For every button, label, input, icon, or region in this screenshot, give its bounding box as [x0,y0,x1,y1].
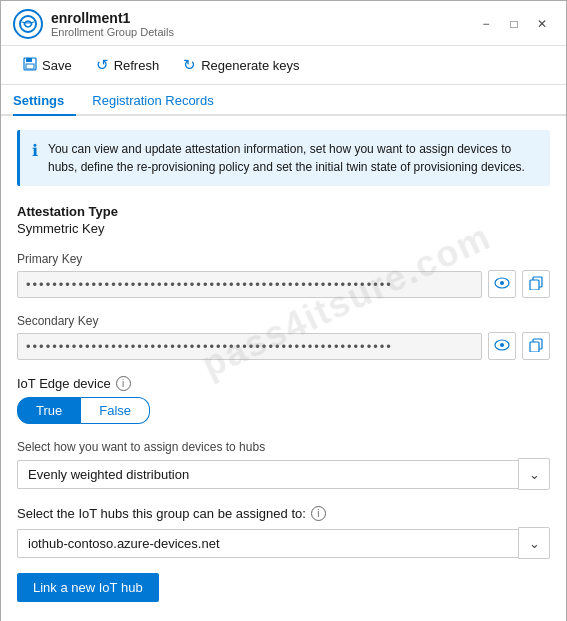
primary-key-label: Primary Key [17,252,550,266]
assign-hubs-field[interactable]: Evenly weighted distribution [17,460,518,489]
regenerate-icon: ↻ [183,56,196,74]
svg-rect-7 [530,280,539,290]
assign-hubs-label: Select how you want to assign devices to… [17,440,550,454]
app-icon [13,9,43,39]
copy-icon [529,276,543,293]
close-button[interactable]: ✕ [530,14,554,34]
copy-icon-2 [529,338,543,355]
svg-point-5 [500,281,504,285]
primary-key-copy-button[interactable] [522,270,550,298]
app-window: enrollment1 Enrollment Group Details − □… [0,0,567,621]
info-banner: ℹ You can view and update attestation in… [17,130,550,186]
minimize-button[interactable]: − [474,14,498,34]
refresh-icon: ↺ [96,56,109,74]
assign-hubs-section: Select how you want to assign devices to… [17,440,550,490]
titlebar-controls: − □ ✕ [474,14,554,34]
chevron-down-icon: ⌄ [529,467,540,482]
iot-edge-label: IoT Edge device i [17,376,550,391]
attestation-section: Attestation Type Symmetric Key [17,204,550,236]
tab-registration[interactable]: Registration Records [92,85,225,116]
toolbar: Save ↺ Refresh ↻ Regenerate keys [1,46,566,85]
save-icon [23,57,37,74]
attestation-type-label: Attestation Type [17,204,550,219]
iot-hubs-dropdown-btn[interactable]: ⌄ [518,527,550,559]
primary-key-row: ••••••••••••••••••••••••••••••••••••••••… [17,270,550,298]
iot-hubs-section: Select the IoT hubs this group can be as… [17,506,550,618]
iot-hubs-dropdown-row: iothub-contoso.azure-devices.net ⌄ [17,527,550,559]
primary-key-eye-button[interactable] [488,270,516,298]
primary-key-section: Primary Key ••••••••••••••••••••••••••••… [17,252,550,298]
iot-edge-true-button[interactable]: True [17,397,81,424]
link-hub-button[interactable]: Link a new IoT hub [17,573,159,602]
attestation-type-value: Symmetric Key [17,221,550,236]
regenerate-label: Regenerate keys [201,58,299,73]
svg-rect-11 [530,342,539,352]
iot-edge-info-icon: i [116,376,131,391]
iot-edge-false-button[interactable]: False [81,397,150,424]
banner-info-icon: ℹ [32,141,38,176]
window-subtitle: Enrollment Group Details [51,26,174,38]
secondary-key-label: Secondary Key [17,314,550,328]
secondary-key-copy-button[interactable] [522,332,550,360]
secondary-key-field[interactable]: ••••••••••••••••••••••••••••••••••••••••… [17,333,482,360]
iot-edge-toggle-group: True False [17,397,550,424]
secondary-key-row: ••••••••••••••••••••••••••••••••••••••••… [17,332,550,360]
svg-point-9 [500,343,504,347]
iot-hubs-field[interactable]: iothub-contoso.azure-devices.net [17,529,518,558]
iot-edge-section: IoT Edge device i True False [17,376,550,424]
chevron-down-icon-2: ⌄ [529,536,540,551]
save-button[interactable]: Save [13,53,82,78]
tab-settings[interactable]: Settings [13,85,76,116]
assign-hubs-dropdown-row: Evenly weighted distribution ⌄ [17,458,550,490]
titlebar: enrollment1 Enrollment Group Details − □… [1,1,566,46]
eye-icon [494,276,510,292]
svg-rect-3 [26,64,34,69]
maximize-button[interactable]: □ [502,14,526,34]
iot-hubs-label: Select the IoT hubs this group can be as… [17,506,550,521]
svg-rect-2 [26,58,32,62]
assign-hubs-dropdown-btn[interactable]: ⌄ [518,458,550,490]
tabs-bar: Settings Registration Records [1,85,566,116]
main-content: ℹ You can view and update attestation in… [1,116,566,621]
eye-icon-2 [494,338,510,354]
titlebar-left: enrollment1 Enrollment Group Details [13,9,174,39]
regenerate-button[interactable]: ↻ Regenerate keys [173,52,309,78]
iot-hubs-info-icon: i [311,506,326,521]
secondary-key-eye-button[interactable] [488,332,516,360]
svg-point-0 [20,16,36,32]
secondary-key-section: Secondary Key ••••••••••••••••••••••••••… [17,314,550,360]
titlebar-texts: enrollment1 Enrollment Group Details [51,10,174,38]
banner-text: You can view and update attestation info… [48,140,538,176]
save-label: Save [42,58,72,73]
refresh-label: Refresh [114,58,160,73]
primary-key-field[interactable]: ••••••••••••••••••••••••••••••••••••••••… [17,271,482,298]
window-title: enrollment1 [51,10,174,26]
refresh-button[interactable]: ↺ Refresh [86,52,170,78]
